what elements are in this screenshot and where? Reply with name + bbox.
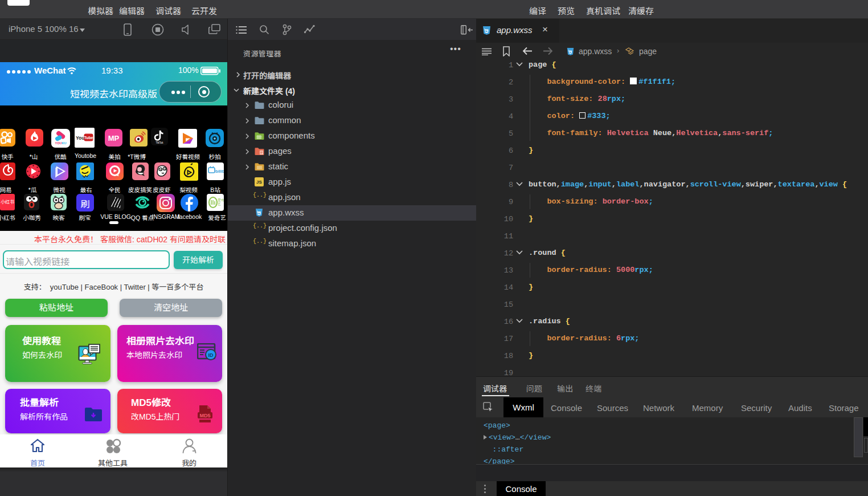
svg-text:MP: MP — [108, 134, 120, 143]
svg-text:Tube: Tube — [84, 136, 93, 140]
svg-text:TikTok: TikTok — [156, 141, 164, 144]
svg-text:bilibili: bilibili — [215, 169, 224, 174]
svg-text:爱奇: 爱奇 — [218, 198, 224, 202]
svg-text:艺: 艺 — [218, 202, 221, 206]
svg-text:You: You — [76, 135, 84, 141]
svg-text:MD5: MD5 — [199, 413, 210, 418]
svg-text:YOUKU: YOUKU — [55, 141, 67, 145]
svg-text:ID: ID — [208, 352, 214, 358]
